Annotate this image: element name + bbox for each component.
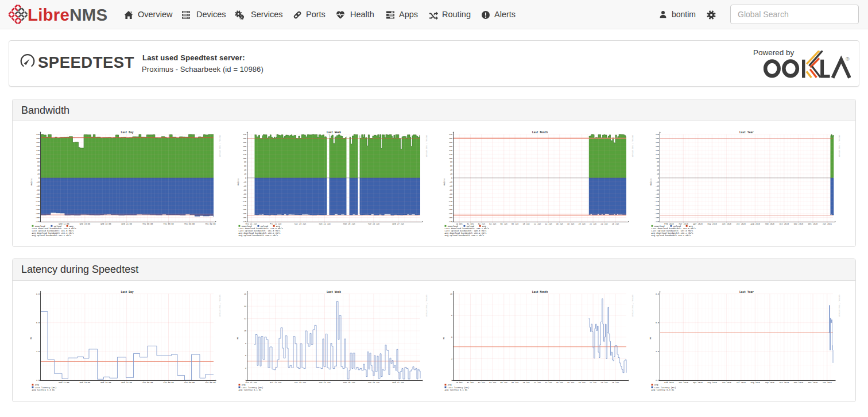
svg-text:-140: -140 [242,204,246,207]
svg-text:Last Week: Last Week [327,131,341,134]
svg-text:60: 60 [450,165,452,167]
svg-text:20 Jan: 20 Jan [579,381,586,384]
svg-text:200: 200 [656,137,659,140]
svg-text:Oct 2020: Oct 2020 [780,381,789,384]
svg-text:140: 140 [36,149,40,152]
svg-text:Thu 00:00: Thu 00:00 [142,381,153,384]
svg-text:Nov 2020: Nov 2020 [794,223,803,225]
svg-text:160: 160 [656,145,659,148]
svg-text:120: 120 [449,153,452,156]
svg-text:Last Week: Last Week [327,291,341,294]
svg-text:Last Year: Last Year [739,291,754,294]
svg-text:6: 6 [245,354,246,357]
svg-text:Thu 21 Jan: Thu 21 Jan [245,381,257,384]
svg-text:RRDTOOL / TOBI OETIKER: RRDTOOL / TOBI OETIKER [219,295,221,316]
svg-text:Sep 2020: Sep 2020 [765,381,774,384]
svg-text:Wed 27 Jan: Wed 27 Jan [392,381,404,384]
svg-text:Sat 23 Jan: Sat 23 Jan [294,381,305,384]
svg-text:-80: -80 [36,193,40,195]
svg-text:Dec 2020: Dec 2020 [808,381,817,384]
svg-text:160: 160 [36,145,40,148]
svg-text:ms: ms [443,337,445,339]
svg-text:60: 60 [244,165,246,167]
svg-text:40: 40 [37,169,40,171]
svg-text:Last Day: Last Day [121,291,133,294]
svg-text:Wed 15:00: Wed 15:00 [80,223,90,225]
svg-text:Tue 26 Jan: Tue 26 Jan [368,223,379,225]
svg-text:Wed 12:00: Wed 12:00 [59,381,69,384]
svg-text:-200: -200 [35,217,40,219]
svg-text:20 Jan: 20 Jan [579,223,586,225]
svg-text:Wed 21:00: Wed 21:00 [122,381,132,384]
svg-text:-120: -120 [448,200,452,203]
svg-text:0: 0 [245,177,246,179]
svg-text:ms: ms [237,337,239,339]
svg-text:40: 40 [244,169,246,171]
svg-text:Avg upload bandwidth 188.1 Mb/: Avg upload bandwidth 188.1 Mb/s [445,234,485,237]
svg-text:Apr 2020: Apr 2020 [693,223,703,225]
svg-text:Apr 2020: Apr 2020 [693,381,703,384]
svg-text:26 Jan: 26 Jan [612,381,619,384]
svg-text:-140: -140 [448,204,452,207]
svg-text:2: 2 [451,379,452,381]
svg-text:02 Jan: 02 Jan [478,381,485,384]
svg-text:08 Jan: 08 Jan [512,223,518,225]
svg-text:RRDTOOL / TOBI OETIKER: RRDTOOL / TOBI OETIKER [838,295,840,316]
svg-text:2.0: 2.0 [656,379,659,381]
svg-text:20: 20 [244,173,246,175]
svg-text:4: 4 [451,358,452,360]
svg-text:14 Jan: 14 Jan [545,381,552,384]
svg-text:60: 60 [657,165,659,167]
svg-text:-20: -20 [449,181,452,183]
svg-text:120: 120 [243,153,246,156]
svg-text:Jun 2020: Jun 2020 [722,381,731,384]
svg-text:22 Jan: 22 Jan [590,381,596,384]
svg-text:06 Jan: 06 Jan [501,223,507,225]
svg-text:4: 4 [245,367,246,369]
svg-text:-140: -140 [654,204,659,207]
svg-text:-20: -20 [36,181,40,183]
svg-text:Thu 03:00: Thu 03:00 [163,223,173,225]
svg-text:Last Month: Last Month [532,131,548,134]
svg-text:Fri 22 Jan: Fri 22 Jan [270,381,281,384]
svg-text:Avg latency 5.3 ms: Avg latency 5.3 ms [652,389,675,391]
svg-text:-60: -60 [449,189,452,191]
svg-text:8: 8 [245,342,246,345]
svg-text:Thu 00:00: Thu 00:00 [142,223,153,225]
svg-text:Sun 24 Jan: Sun 24 Jan [319,381,330,384]
svg-text:26 Jan: 26 Jan [612,223,619,225]
svg-text:-140: -140 [35,204,40,207]
svg-text:20: 20 [450,173,452,175]
svg-text:80: 80 [244,161,246,163]
svg-text:-160: -160 [654,208,659,211]
svg-text:0: 0 [38,177,40,179]
svg-text:80: 80 [37,161,40,163]
svg-text:120: 120 [656,153,659,156]
svg-text:120: 120 [36,153,40,156]
svg-text:22 Jan: 22 Jan [590,223,596,225]
svg-text:31 Dec: 31 Dec [467,381,474,384]
svg-text:200: 200 [449,137,452,140]
svg-text:100: 100 [36,157,40,160]
svg-text:6: 6 [451,336,452,338]
svg-text:Feb 2020: Feb 2020 [664,223,673,225]
svg-text:Aug 2020: Aug 2020 [751,223,760,225]
svg-text:Jun 2020: Jun 2020 [722,223,731,225]
svg-text:-20: -20 [243,181,246,183]
svg-text:08 Jan: 08 Jan [512,381,518,384]
svg-text:Avg latency 5.1 ms: Avg latency 5.1 ms [445,389,468,391]
svg-text:-40: -40 [449,185,452,187]
svg-text:-220: -220 [654,221,659,223]
svg-text:Avg latency 5.1 ms: Avg latency 5.1 ms [238,389,261,391]
svg-text:RRDTOOL / TOBI OETIKER: RRDTOOL / TOBI OETIKER [838,135,840,157]
svg-text:10: 10 [450,293,452,295]
svg-text:140: 140 [449,149,452,152]
svg-text:-200: -200 [654,217,659,219]
svg-text:-80: -80 [449,193,452,195]
svg-text:0: 0 [451,177,452,179]
svg-text:220: 220 [656,133,659,136]
svg-text:-220: -220 [448,221,452,223]
svg-text:-220: -220 [242,221,246,223]
svg-text:8.0: 8.0 [656,293,659,295]
svg-text:RRDTOOL / TOBI OETIKER: RRDTOOL / TOBI OETIKER [219,135,221,157]
